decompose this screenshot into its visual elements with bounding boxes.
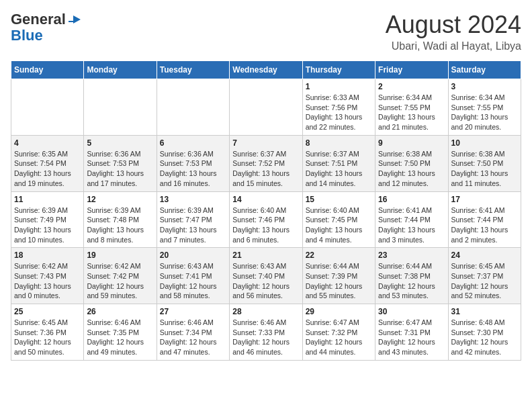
day-detail: Sunrise: 6:37 AMSunset: 7:51 PMDaylight:… — [306, 150, 363, 187]
day-number: 22 — [306, 250, 372, 260]
day-detail: Sunrise: 6:46 AMSunset: 7:35 PMDaylight:… — [87, 318, 144, 356]
calendar-cell: 30 Sunrise: 6:47 AMSunset: 7:31 PMDaylig… — [375, 304, 448, 361]
logo: General Blue — [11, 11, 81, 43]
day-number: 20 — [160, 250, 226, 260]
calendar-week-4: 18 Sunrise: 6:42 AMSunset: 7:43 PMDaylig… — [11, 248, 521, 304]
day-number: 26 — [87, 307, 153, 316]
day-number: 30 — [378, 307, 445, 316]
day-detail: Sunrise: 6:36 AMSunset: 7:53 PMDaylight:… — [160, 150, 217, 187]
weekday-header-sunday: Sunday — [11, 61, 84, 79]
day-number: 13 — [160, 195, 226, 204]
calendar-cell: 4 Sunrise: 6:35 AMSunset: 7:54 PMDayligh… — [11, 135, 84, 191]
day-number: 12 — [87, 195, 153, 204]
day-detail: Sunrise: 6:35 AMSunset: 7:54 PMDaylight:… — [14, 150, 71, 187]
calendar-cell: 6 Sunrise: 6:36 AMSunset: 7:53 PMDayligh… — [157, 135, 229, 191]
day-detail: Sunrise: 6:41 AMSunset: 7:44 PMDaylight:… — [378, 206, 435, 244]
day-detail: Sunrise: 6:34 AMSunset: 7:55 PMDaylight:… — [378, 93, 435, 131]
day-detail: Sunrise: 6:42 AMSunset: 7:43 PMDaylight:… — [14, 262, 71, 300]
day-detail: Sunrise: 6:42 AMSunset: 7:42 PMDaylight:… — [87, 262, 144, 300]
weekday-header-thursday: Thursday — [302, 61, 375, 79]
day-number: 1 — [306, 82, 372, 91]
day-detail: Sunrise: 6:40 AMSunset: 7:45 PMDaylight:… — [306, 206, 363, 244]
day-detail: Sunrise: 6:45 AMSunset: 7:37 PMDaylight:… — [451, 262, 508, 300]
calendar-cell: 31 Sunrise: 6:48 AMSunset: 7:30 PMDaylig… — [448, 304, 521, 361]
calendar-cell: 27 Sunrise: 6:46 AMSunset: 7:34 PMDaylig… — [157, 304, 229, 361]
day-detail: Sunrise: 6:43 AMSunset: 7:40 PMDaylight:… — [232, 262, 290, 300]
weekday-header-friday: Friday — [375, 61, 448, 79]
day-number: 3 — [451, 82, 518, 91]
calendar-cell: 12 Sunrise: 6:39 AMSunset: 7:48 PMDaylig… — [84, 191, 157, 248]
calendar-cell: 17 Sunrise: 6:41 AMSunset: 7:44 PMDaylig… — [448, 191, 521, 248]
calendar-cell: 1 Sunrise: 6:33 AMSunset: 7:56 PMDayligh… — [302, 79, 375, 136]
calendar-cell: 28 Sunrise: 6:46 AMSunset: 7:33 PMDaylig… — [230, 304, 302, 361]
day-detail: Sunrise: 6:47 AMSunset: 7:31 PMDaylight:… — [378, 318, 435, 356]
sub-title: Ubari, Wadi al Hayat, Libya — [386, 40, 521, 52]
day-number: 7 — [232, 138, 299, 148]
day-detail: Sunrise: 6:39 AMSunset: 7:47 PMDaylight:… — [160, 206, 217, 244]
calendar-week-1: 1 Sunrise: 6:33 AMSunset: 7:56 PMDayligh… — [11, 79, 521, 136]
calendar-body: 1 Sunrise: 6:33 AMSunset: 7:56 PMDayligh… — [11, 79, 521, 361]
weekday-header-wednesday: Wednesday — [230, 61, 302, 79]
day-detail: Sunrise: 6:44 AMSunset: 7:38 PMDaylight:… — [378, 262, 435, 300]
calendar-table: SundayMondayTuesdayWednesdayThursdayFrid… — [11, 60, 521, 361]
day-detail: Sunrise: 6:40 AMSunset: 7:46 PMDaylight:… — [232, 206, 290, 244]
calendar-cell: 14 Sunrise: 6:40 AMSunset: 7:46 PMDaylig… — [230, 191, 302, 248]
day-detail: Sunrise: 6:37 AMSunset: 7:52 PMDaylight:… — [232, 150, 290, 187]
day-detail: Sunrise: 6:47 AMSunset: 7:32 PMDaylight:… — [306, 318, 363, 356]
day-detail: Sunrise: 6:43 AMSunset: 7:41 PMDaylight:… — [160, 262, 217, 300]
day-number: 25 — [14, 307, 81, 316]
day-detail: Sunrise: 6:36 AMSunset: 7:53 PMDaylight:… — [87, 150, 144, 187]
calendar-cell: 5 Sunrise: 6:36 AMSunset: 7:53 PMDayligh… — [84, 135, 157, 191]
day-number: 23 — [378, 250, 445, 260]
calendar-cell: 26 Sunrise: 6:46 AMSunset: 7:35 PMDaylig… — [84, 304, 157, 361]
day-detail: Sunrise: 6:45 AMSunset: 7:36 PMDaylight:… — [14, 318, 71, 356]
day-detail: Sunrise: 6:41 AMSunset: 7:44 PMDaylight:… — [451, 206, 508, 244]
day-number: 27 — [160, 307, 226, 316]
day-detail: Sunrise: 6:39 AMSunset: 7:49 PMDaylight:… — [14, 206, 71, 244]
day-detail: Sunrise: 6:48 AMSunset: 7:30 PMDaylight:… — [451, 318, 508, 356]
calendar-cell: 24 Sunrise: 6:45 AMSunset: 7:37 PMDaylig… — [448, 248, 521, 304]
day-number: 17 — [451, 195, 518, 204]
day-number: 9 — [378, 138, 445, 148]
day-number: 11 — [14, 195, 81, 204]
day-detail: Sunrise: 6:46 AMSunset: 7:34 PMDaylight:… — [160, 318, 217, 356]
day-number: 2 — [378, 82, 445, 91]
calendar-cell: 29 Sunrise: 6:47 AMSunset: 7:32 PMDaylig… — [302, 304, 375, 361]
day-number: 24 — [451, 250, 518, 260]
calendar-cell: 22 Sunrise: 6:44 AMSunset: 7:39 PMDaylig… — [302, 248, 375, 304]
calendar-cell: 25 Sunrise: 6:45 AMSunset: 7:36 PMDaylig… — [11, 304, 84, 361]
calendar-cell: 9 Sunrise: 6:38 AMSunset: 7:50 PMDayligh… — [375, 135, 448, 191]
calendar-cell: 15 Sunrise: 6:40 AMSunset: 7:45 PMDaylig… — [302, 191, 375, 248]
day-number: 31 — [451, 307, 518, 316]
day-number: 21 — [232, 250, 299, 260]
weekday-header-monday: Monday — [84, 61, 157, 79]
svg-marker-0 — [69, 15, 81, 24]
calendar-cell: 11 Sunrise: 6:39 AMSunset: 7:49 PMDaylig… — [11, 191, 84, 248]
day-number: 28 — [232, 307, 299, 316]
calendar-cell: 2 Sunrise: 6:34 AMSunset: 7:55 PMDayligh… — [375, 79, 448, 136]
weekday-header-tuesday: Tuesday — [157, 61, 229, 79]
calendar-cell: 20 Sunrise: 6:43 AMSunset: 7:41 PMDaylig… — [157, 248, 229, 304]
calendar-cell: 18 Sunrise: 6:42 AMSunset: 7:43 PMDaylig… — [11, 248, 84, 304]
day-detail: Sunrise: 6:38 AMSunset: 7:50 PMDaylight:… — [451, 150, 508, 187]
day-number: 19 — [87, 250, 153, 260]
calendar-cell — [11, 79, 84, 136]
day-number: 10 — [451, 138, 518, 148]
calendar-cell: 8 Sunrise: 6:37 AMSunset: 7:51 PMDayligh… — [302, 135, 375, 191]
logo-general: General — [11, 11, 66, 28]
day-detail: Sunrise: 6:33 AMSunset: 7:56 PMDaylight:… — [306, 93, 363, 131]
day-number: 5 — [87, 138, 153, 148]
page-header: General Blue August 2024 Ubari, Wadi al … — [11, 11, 521, 52]
weekday-header-row: SundayMondayTuesdayWednesdayThursdayFrid… — [11, 61, 521, 79]
day-number: 16 — [378, 195, 445, 204]
calendar-cell: 7 Sunrise: 6:37 AMSunset: 7:52 PMDayligh… — [230, 135, 302, 191]
day-detail: Sunrise: 6:39 AMSunset: 7:48 PMDaylight:… — [87, 206, 144, 244]
day-detail: Sunrise: 6:46 AMSunset: 7:33 PMDaylight:… — [232, 318, 290, 356]
day-number: 15 — [306, 195, 372, 204]
calendar-cell — [84, 79, 157, 136]
calendar-cell: 3 Sunrise: 6:34 AMSunset: 7:55 PMDayligh… — [448, 79, 521, 136]
day-number: 8 — [306, 138, 372, 148]
calendar-header: SundayMondayTuesdayWednesdayThursdayFrid… — [11, 61, 521, 79]
main-title: August 2024 — [386, 11, 521, 39]
calendar-cell: 21 Sunrise: 6:43 AMSunset: 7:40 PMDaylig… — [230, 248, 302, 304]
